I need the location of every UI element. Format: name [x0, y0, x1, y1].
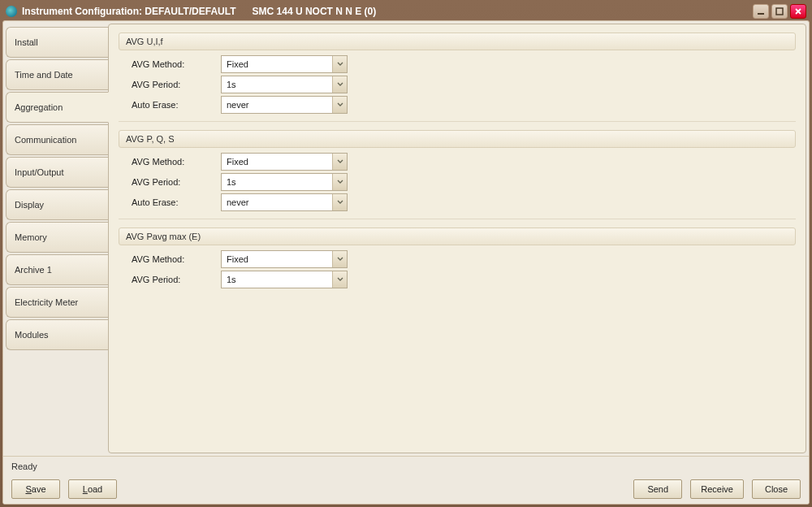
form-row: AVG Method: — [132, 153, 796, 171]
group-header: AVG U,I,f — [119, 32, 796, 50]
status-area: Ready Save Load Send Receive Close — [3, 456, 809, 504]
form-row: Auto Erase: — [132, 96, 796, 114]
group-header: AVG P, Q, S — [119, 130, 796, 148]
select-value[interactable] — [221, 55, 348, 73]
app-icon — [6, 6, 17, 17]
svg-rect-0 — [758, 13, 764, 15]
tab-electricity-meter[interactable]: Electricity Meter — [6, 287, 108, 318]
tab-archive-1[interactable]: Archive 1 — [6, 254, 108, 285]
group-header: AVG Pavg max (E) — [119, 228, 796, 245]
window-controls — [753, 4, 806, 19]
select[interactable] — [221, 153, 348, 171]
select-value[interactable] — [221, 271, 348, 288]
tab-label: Memory — [15, 232, 47, 242]
select-value[interactable] — [221, 96, 348, 114]
form-label: AVG Period: — [132, 80, 221, 89]
tab-label: Aggregation — [15, 102, 63, 112]
tab-label: Communication — [15, 135, 76, 145]
spacer — [125, 479, 625, 499]
tab-display[interactable]: Display — [6, 189, 108, 220]
tab-communication[interactable]: Communication — [6, 124, 108, 155]
tab-label: Install — [15, 37, 38, 47]
select[interactable] — [221, 250, 348, 268]
select[interactable] — [221, 55, 348, 73]
group: AVG P, Q, SAVG Method:AVG Period:Auto Er… — [119, 130, 796, 219]
form-row: AVG Method: — [132, 250, 796, 268]
select[interactable] — [221, 271, 348, 288]
select-value[interactable] — [221, 193, 348, 211]
save-rest: ave — [32, 484, 46, 494]
tab-input-output[interactable]: Input/Output — [6, 157, 108, 188]
tab-memory[interactable]: Memory — [6, 222, 108, 253]
group: AVG Pavg max (E)AVG Method:AVG Period: — [119, 228, 796, 296]
form-row: AVG Period: — [132, 76, 796, 93]
form-label: AVG Period: — [132, 275, 221, 284]
select[interactable] — [221, 96, 348, 114]
form-label: Auto Erase: — [132, 197, 221, 207]
tab-modules[interactable]: Modules — [6, 319, 108, 350]
maximize-button[interactable] — [771, 4, 788, 19]
tab-install[interactable]: Install — [6, 27, 108, 58]
form-label: AVG Method: — [132, 59, 221, 69]
app-window: Instrument Configuration: DEFAULT/DEFAUL… — [0, 0, 812, 507]
tab-label: Input/Output — [15, 167, 64, 177]
save-button[interactable]: Save — [11, 479, 60, 499]
close-window-button[interactable] — [790, 4, 806, 19]
select-value[interactable] — [221, 250, 348, 268]
tab-time-and-date[interactable]: Time and Date — [6, 59, 108, 90]
select[interactable] — [221, 193, 348, 211]
tab-aggregation[interactable]: Aggregation — [6, 92, 109, 123]
svg-rect-1 — [776, 8, 783, 15]
group: AVG U,I,fAVG Method:AVG Period:Auto Eras… — [119, 32, 796, 122]
minimize-button[interactable] — [753, 4, 769, 19]
load-button[interactable]: Load — [68, 479, 117, 499]
window-title: Instrument Configuration: DEFAULT/DEFAUL… — [22, 6, 753, 17]
select[interactable] — [221, 173, 348, 191]
form-row: AVG Period: — [132, 271, 796, 288]
form-row: AVG Method: — [132, 55, 796, 73]
body-area: InstallTime and DateAggregationCommunica… — [3, 21, 809, 456]
status-text: Ready — [11, 462, 801, 471]
load-rest: oad — [88, 484, 102, 494]
form-label: AVG Method: — [132, 254, 221, 264]
send-button[interactable]: Send — [633, 479, 682, 499]
tab-label: Electricity Meter — [15, 297, 78, 307]
form-row: AVG Period: — [132, 173, 796, 191]
tab-label: Modules — [15, 330, 49, 340]
client-area: InstallTime and DateAggregationCommunica… — [2, 20, 810, 505]
select[interactable] — [221, 76, 348, 93]
content-panel: AVG U,I,fAVG Method:AVG Period:Auto Eras… — [108, 24, 806, 453]
button-bar: Save Load Send Receive Close — [11, 479, 801, 499]
titlebar[interactable]: Instrument Configuration: DEFAULT/DEFAUL… — [2, 2, 810, 20]
tab-label: Archive 1 — [15, 265, 52, 275]
form-label: AVG Method: — [132, 157, 221, 167]
select-value[interactable] — [221, 173, 348, 191]
form-label: AVG Period: — [132, 177, 221, 187]
form-label: Auto Erase: — [132, 100, 221, 110]
tab-label: Display — [15, 200, 44, 210]
select-value[interactable] — [221, 153, 348, 171]
receive-button[interactable]: Receive — [690, 479, 744, 499]
form-row: Auto Erase: — [132, 193, 796, 211]
sidebar: InstallTime and DateAggregationCommunica… — [6, 24, 108, 453]
close-button[interactable]: Close — [752, 479, 801, 499]
tab-label: Time and Date — [15, 70, 73, 80]
select-value[interactable] — [221, 76, 348, 93]
